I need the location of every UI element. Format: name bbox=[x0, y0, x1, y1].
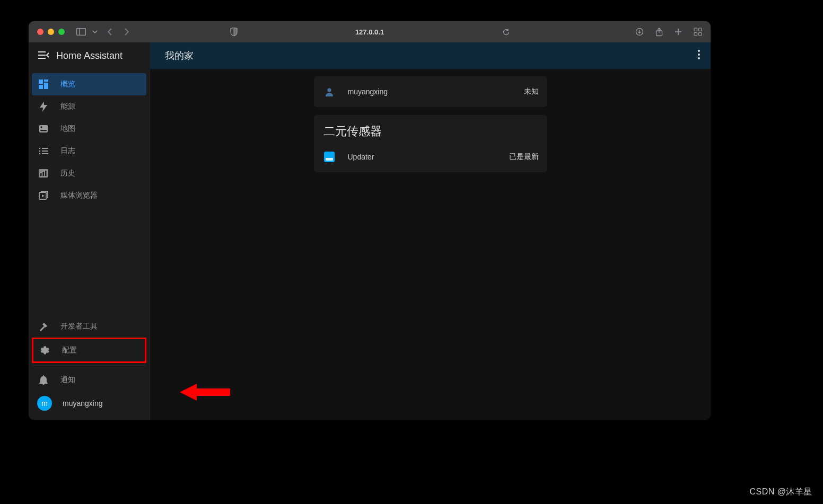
person-card[interactable]: muyangxing 未知 bbox=[314, 76, 547, 107]
updater-status: 已是最新 bbox=[509, 152, 539, 162]
sidebar-item-label: 日志 bbox=[60, 146, 75, 156]
overflow-menu-button[interactable] bbox=[698, 50, 700, 62]
list-icon bbox=[38, 147, 49, 155]
person-icon bbox=[322, 86, 336, 97]
titlebar: 127.0.0.1 bbox=[29, 21, 711, 42]
minimize-window-button[interactable] bbox=[48, 29, 54, 35]
svg-rect-11 bbox=[39, 79, 43, 84]
downloads-icon[interactable] bbox=[635, 28, 644, 36]
tab-overview-icon[interactable] bbox=[694, 28, 702, 36]
svg-rect-13 bbox=[44, 83, 48, 89]
svg-rect-14 bbox=[39, 85, 43, 89]
avatar-initial: m bbox=[41, 399, 48, 408]
person-name: muyangxing bbox=[348, 87, 388, 96]
svg-rect-12 bbox=[44, 79, 48, 82]
dashboard-icon bbox=[38, 79, 49, 89]
svg-rect-15 bbox=[39, 125, 48, 132]
svg-point-29 bbox=[698, 50, 700, 52]
svg-point-32 bbox=[327, 89, 331, 92]
svg-rect-5 bbox=[699, 28, 702, 31]
person-status: 未知 bbox=[524, 87, 539, 96]
card-title: 二元传感器 bbox=[314, 115, 547, 142]
play-box-icon bbox=[38, 191, 49, 200]
sidebar-item-label: 地图 bbox=[60, 124, 75, 134]
sidebar-item-label: 开发者工具 bbox=[60, 322, 98, 331]
bell-icon bbox=[38, 375, 49, 385]
svg-rect-7 bbox=[699, 33, 702, 36]
hammer-icon bbox=[38, 322, 49, 331]
sidebar-item-notifications[interactable]: 通知 bbox=[32, 369, 146, 391]
sidebar: Home Assistant 概览 能源 bbox=[29, 42, 150, 420]
bolt-icon bbox=[38, 101, 49, 112]
sidebar-item-label: 历史 bbox=[60, 169, 75, 178]
sidebar-toggle-icon[interactable] bbox=[76, 28, 86, 36]
svg-rect-27 bbox=[45, 171, 47, 176]
menu-collapse-icon[interactable] bbox=[38, 50, 49, 61]
sidebar-item-label: 媒体浏览器 bbox=[60, 191, 98, 200]
svg-point-22 bbox=[39, 153, 40, 154]
sidebar-item-devtools[interactable]: 开发者工具 bbox=[32, 315, 146, 338]
user-avatar: m bbox=[37, 396, 52, 411]
svg-point-16 bbox=[40, 126, 42, 128]
updater-label: Updater bbox=[348, 153, 374, 161]
sidebar-item-overview[interactable]: 概览 bbox=[32, 73, 146, 95]
main-header: 我的家 bbox=[150, 42, 711, 69]
maximize-window-button[interactable] bbox=[58, 29, 65, 35]
sidebar-item-label: 配置 bbox=[62, 346, 77, 355]
svg-rect-4 bbox=[694, 28, 697, 31]
updater-row[interactable]: Updater 已是最新 bbox=[314, 142, 547, 172]
address-bar-text[interactable]: 127.0.0.1 bbox=[355, 28, 384, 36]
reload-button[interactable] bbox=[502, 28, 510, 36]
map-icon bbox=[38, 124, 49, 134]
sidebar-item-logbook[interactable]: 日志 bbox=[32, 140, 146, 162]
svg-point-31 bbox=[698, 57, 700, 59]
user-name: muyangxing bbox=[63, 399, 103, 408]
divider bbox=[32, 365, 146, 366]
forward-button[interactable] bbox=[124, 28, 129, 36]
app-body: Home Assistant 概览 能源 bbox=[29, 42, 711, 420]
watermark: CSDN @沐羊星 bbox=[749, 487, 812, 498]
svg-rect-26 bbox=[43, 172, 45, 176]
main-area: 我的家 muyangxing 未知 bbox=[150, 42, 711, 420]
svg-rect-6 bbox=[694, 33, 697, 36]
sidebar-item-history[interactable]: 历史 bbox=[32, 162, 146, 184]
svg-point-20 bbox=[39, 151, 40, 152]
privacy-shield-icon[interactable] bbox=[230, 28, 238, 36]
sidebar-item-media-browser[interactable]: 媒体浏览器 bbox=[32, 184, 146, 207]
updater-icon bbox=[322, 152, 336, 162]
share-icon[interactable] bbox=[655, 28, 663, 37]
sidebar-nav: 概览 能源 地图 日志 bbox=[29, 69, 150, 207]
svg-point-30 bbox=[698, 54, 700, 56]
sidebar-item-label: 能源 bbox=[60, 102, 75, 111]
annotation-highlight: 配置 bbox=[32, 338, 146, 363]
sidebar-item-map[interactable]: 地图 bbox=[32, 118, 146, 140]
sidebar-user-row[interactable]: m muyangxing bbox=[32, 391, 146, 415]
svg-rect-0 bbox=[77, 29, 86, 36]
chart-icon bbox=[38, 169, 49, 178]
content-area: muyangxing 未知 二元传感器 Updater 已是最新 bbox=[150, 69, 711, 420]
sidebar-header: Home Assistant bbox=[29, 42, 150, 69]
close-window-button[interactable] bbox=[37, 29, 43, 35]
sidebar-item-energy[interactable]: 能源 bbox=[32, 95, 146, 118]
sidebar-item-label: 概览 bbox=[60, 79, 75, 89]
sidebar-item-label: 通知 bbox=[60, 375, 75, 385]
window-controls bbox=[37, 29, 65, 35]
sidebar-bottom: 开发者工具 配置 通知 bbox=[29, 315, 150, 420]
svg-point-18 bbox=[39, 148, 40, 149]
back-button[interactable] bbox=[107, 28, 112, 36]
page-title: 我的家 bbox=[165, 49, 194, 62]
sidebar-item-settings[interactable]: 配置 bbox=[33, 339, 145, 361]
browser-window: 127.0.0.1 Home Assista bbox=[29, 21, 711, 420]
svg-rect-17 bbox=[40, 130, 47, 131]
app-title: Home Assistant bbox=[56, 50, 122, 61]
binary-sensor-card: 二元传感器 Updater 已是最新 bbox=[314, 115, 547, 172]
gear-icon bbox=[40, 346, 50, 355]
chevron-down-icon[interactable] bbox=[92, 30, 98, 33]
svg-rect-25 bbox=[40, 173, 42, 176]
new-tab-icon[interactable] bbox=[675, 28, 682, 36]
